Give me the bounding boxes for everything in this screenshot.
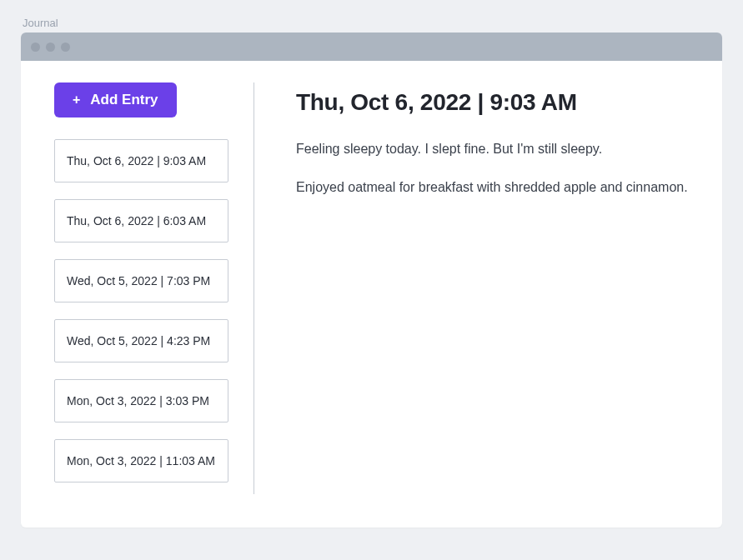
entry-item[interactable]: Mon, Oct 3, 2022 | 3:03 PM	[54, 379, 228, 422]
app-window: + Add Entry Thu, Oct 6, 2022 | 9:03 AM T…	[21, 32, 722, 528]
add-entry-label: Add Entry	[90, 92, 158, 108]
sidebar: + Add Entry Thu, Oct 6, 2022 | 9:03 AM T…	[54, 82, 254, 494]
titlebar	[21, 32, 722, 61]
entry-item-label: Thu, Oct 6, 2022 | 9:03 AM	[67, 154, 206, 168]
entry-item[interactable]: Mon, Oct 3, 2022 | 11:03 AM	[54, 439, 228, 482]
window-dot	[31, 42, 40, 52]
entry-paragraph: Enjoyed oatmeal for breakfast with shred…	[296, 178, 689, 198]
window-dot	[61, 42, 70, 52]
entry-item-label: Wed, Oct 5, 2022 | 4:23 PM	[67, 334, 210, 348]
entry-list: Thu, Oct 6, 2022 | 9:03 AM Thu, Oct 6, 2…	[54, 139, 228, 482]
entry-item[interactable]: Thu, Oct 6, 2022 | 6:03 AM	[54, 199, 228, 242]
entry-item[interactable]: Thu, Oct 6, 2022 | 9:03 AM	[54, 139, 228, 182]
entry-item-label: Wed, Oct 5, 2022 | 7:03 PM	[67, 274, 210, 288]
entry-item-label: Mon, Oct 3, 2022 | 3:03 PM	[67, 394, 209, 408]
entry-item-label: Mon, Oct 3, 2022 | 11:03 AM	[67, 454, 215, 468]
window-label: Journal	[21, 17, 722, 29]
plus-icon: +	[73, 93, 80, 107]
window-dot	[46, 42, 55, 52]
main-panel: Thu, Oct 6, 2022 | 9:03 AM Feeling sleep…	[254, 82, 689, 494]
entry-title: Thu, Oct 6, 2022 | 9:03 AM	[296, 89, 689, 116]
entry-paragraph: Feeling sleepy today. I slept fine. But …	[296, 139, 689, 159]
entry-body: Feeling sleepy today. I slept fine. But …	[296, 139, 689, 198]
add-entry-button[interactable]: + Add Entry	[54, 82, 177, 118]
entry-item[interactable]: Wed, Oct 5, 2022 | 4:23 PM	[54, 319, 228, 362]
entry-item-label: Thu, Oct 6, 2022 | 6:03 AM	[67, 214, 206, 228]
content-area: + Add Entry Thu, Oct 6, 2022 | 9:03 AM T…	[21, 61, 722, 528]
entry-item[interactable]: Wed, Oct 5, 2022 | 7:03 PM	[54, 259, 228, 302]
